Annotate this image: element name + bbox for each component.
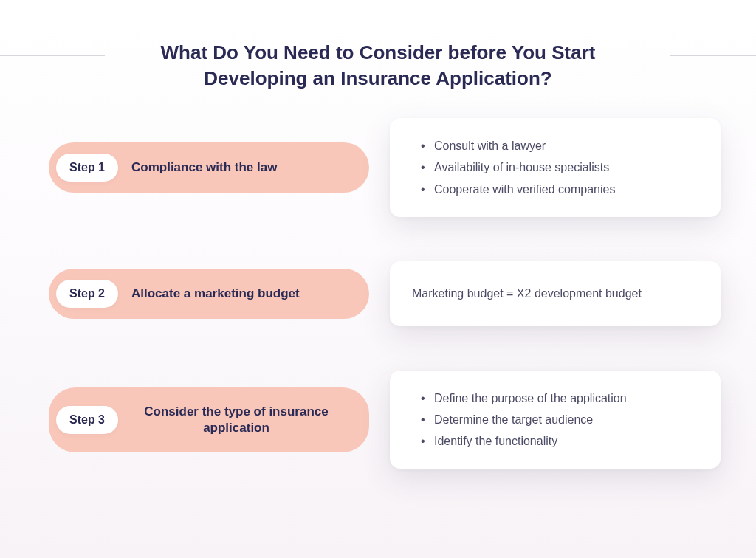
step-badge: Step 3	[56, 406, 118, 434]
step-detail-card-1: Consult with a lawyer Availability of in…	[390, 118, 721, 217]
step-detail-list: Define the purpose of the application De…	[410, 388, 700, 452]
list-item: Identify the functionality	[421, 431, 700, 451]
page-title: What Do You Need to Consider before You …	[120, 40, 636, 92]
step-row: Step 3 Consider the type of insurance ap…	[49, 371, 721, 469]
step-card-3: Step 3 Consider the type of insurance ap…	[49, 388, 369, 452]
step-badge: Step 2	[56, 280, 118, 308]
title-divider-right	[670, 55, 756, 56]
list-item: Define the purpose of the application	[421, 388, 700, 408]
steps-container: Step 1 Compliance with the law Consult w…	[0, 92, 756, 469]
step-detail-card-3: Define the purpose of the application De…	[390, 371, 721, 469]
list-item: Determine the target audience	[421, 410, 700, 430]
list-item: Consult with a lawyer	[421, 136, 700, 156]
step-title: Consider the type of insurance applicati…	[131, 404, 353, 435]
step-card-2: Step 2 Allocate a marketing budget	[49, 269, 369, 319]
list-item: Availability of in-house specialists	[421, 157, 700, 177]
step-detail-card-2: Marketing budget = X2 development budget	[390, 261, 721, 326]
step-detail-list: Consult with a lawyer Availability of in…	[410, 136, 700, 199]
title-section: What Do You Need to Consider before You …	[0, 0, 756, 92]
step-card-1: Step 1 Compliance with the law	[49, 142, 369, 193]
step-badge: Step 1	[56, 154, 118, 182]
title-divider-left	[0, 55, 105, 56]
list-item: Cooperate with verified companies	[421, 179, 700, 199]
step-row: Step 1 Compliance with the law Consult w…	[49, 118, 721, 217]
step-title: Allocate a marketing budget	[131, 286, 353, 301]
step-row: Step 2 Allocate a marketing budget Marke…	[49, 261, 721, 326]
step-title: Compliance with the law	[131, 159, 353, 175]
step-detail-text: Marketing budget = X2 development budget	[410, 278, 700, 310]
